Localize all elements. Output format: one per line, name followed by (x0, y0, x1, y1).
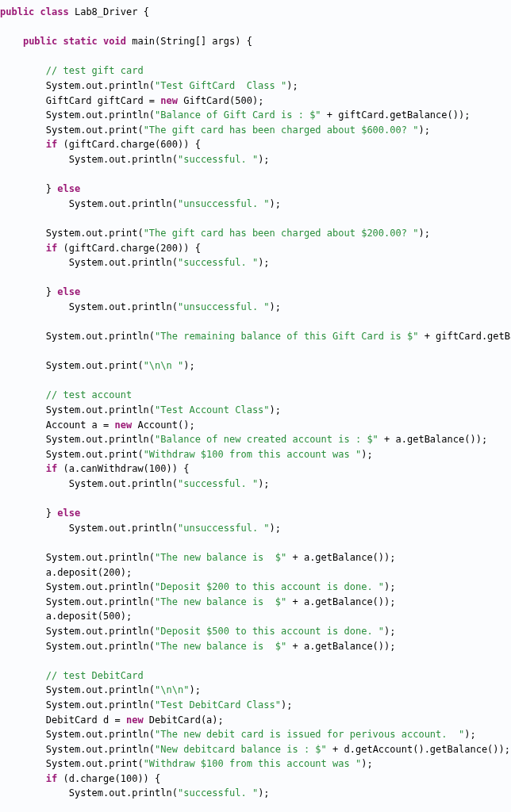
code-text: System.out.println( (46, 596, 155, 607)
string-literal: "Balance of new created account is : $" (155, 434, 378, 445)
code-text: (d.charge(100)) { (57, 773, 160, 784)
code-text: ); (270, 523, 281, 534)
keyword: else (57, 508, 80, 519)
code-text: System.out.println( (46, 699, 155, 710)
string-literal: "successful. " (178, 154, 258, 165)
string-literal: "Test Account Class" (155, 404, 270, 416)
code-text: ); (361, 758, 372, 769)
code-text: ); (258, 257, 269, 268)
keyword: else (57, 286, 80, 297)
keyword: public static void (23, 36, 126, 47)
brace: { (144, 6, 149, 17)
keyword: if (46, 773, 57, 784)
code-text: System.out.print( (46, 758, 144, 769)
code-text: } (46, 508, 57, 519)
string-literal: "Deposit $500 to this account is done. " (155, 626, 384, 637)
code-text: ); (464, 729, 475, 740)
method-args: (String[] args) { (155, 36, 252, 47)
code-text: + a.getBalance()); (286, 641, 395, 652)
string-literal: "unsuccessful. " (178, 523, 270, 534)
code-text: GiftCard giftCard = (46, 95, 161, 106)
string-literal: "The remaining balance of this Gift Card… (155, 331, 418, 342)
code-text: + a.getBalance()); (286, 552, 395, 563)
code-text: (a.canWithdraw(100)) { (57, 463, 189, 474)
string-literal: "The gift card has been charged about $6… (144, 124, 419, 136)
keyword: public class (0, 6, 69, 17)
string-literal: "Balance of Gift Card is : $" (155, 109, 321, 121)
code-text: ); (286, 80, 298, 91)
code-text: + a.getBalance()); (286, 596, 395, 607)
code-text: ); (418, 124, 429, 136)
code-text: System.out.println( (46, 684, 155, 695)
code-text: ); (189, 684, 200, 695)
code-text: ); (418, 228, 429, 239)
code-text: System.out.println( (46, 729, 155, 740)
code-text: a.deposit(200); (46, 567, 132, 578)
string-literal: "Withdraw $100 from this account was " (144, 449, 362, 460)
code-text: DebitCard(a); (144, 714, 224, 726)
string-literal: "\n\n " (144, 360, 184, 371)
code-text: System.out.println( (46, 434, 155, 445)
code-text: System.out.println( (46, 552, 155, 563)
code-text: ); (384, 626, 395, 637)
code-block: public class Lab8_Driver { public static… (0, 0, 511, 812)
code-text: ); (258, 787, 269, 799)
code-text: Account(); (132, 419, 194, 431)
code-text: + giftCard.getBalance()); (321, 109, 471, 121)
code-text: ); (361, 449, 372, 460)
string-literal: "successful. " (178, 257, 258, 268)
code-text: ); (270, 198, 281, 209)
code-text: ); (384, 581, 395, 592)
keyword: if (46, 243, 57, 254)
code-text: + d.getAccount().getBalance()); (327, 744, 510, 755)
string-literal: "Withdraw $100 from this account was " (144, 758, 362, 769)
code-text: System.out.println( (69, 257, 178, 268)
code-text: System.out.println( (46, 744, 155, 755)
string-literal: "Test DebitCard Class" (155, 699, 281, 710)
string-literal: "unsuccessful. " (178, 301, 270, 312)
code-text: + a.getBalance()); (378, 434, 487, 445)
code-text: System.out.print( (46, 360, 144, 371)
code-text: DebitCard d = (46, 714, 126, 726)
comment: // test account (46, 389, 132, 400)
class-name: Lab8_Driver (75, 6, 137, 17)
code-text: a.deposit(500); (46, 611, 132, 622)
code-text: System.out.print( (46, 124, 144, 136)
code-text: ); (258, 478, 269, 489)
code-text: ); (258, 154, 269, 165)
comment: // test DebitCard (46, 670, 144, 681)
code-text: ); (183, 360, 194, 371)
keyword: if (46, 463, 57, 474)
code-text: System.out.println( (46, 581, 155, 592)
code-text: System.out.println( (69, 478, 178, 489)
code-text: System.out.println( (69, 301, 178, 312)
code-text: ); (281, 699, 292, 710)
code-text: GiftCard(500); (178, 95, 263, 106)
code-text: + giftCard.getBalance()); (418, 331, 511, 342)
code-text: System.out.println( (46, 404, 155, 416)
string-literal: "The gift card has been charged about $2… (144, 228, 419, 239)
string-literal: "New debitcard balance is : $" (155, 744, 327, 755)
code-text: System.out.println( (69, 154, 178, 165)
string-literal: "Test GiftCard Class " (155, 80, 286, 91)
code-text: System.out.println( (69, 787, 178, 799)
keyword: new (126, 714, 144, 726)
keyword: new (115, 419, 133, 431)
string-literal: "unsuccessful. " (178, 198, 270, 209)
string-literal: "successful. " (178, 787, 258, 799)
string-literal: "Deposit $200 to this account is done. " (155, 581, 384, 592)
code-text: System.out.print( (46, 449, 144, 460)
method-name: main (132, 36, 155, 47)
code-text: (giftCard.charge(600)) { (57, 139, 201, 150)
code-text: System.out.println( (46, 641, 155, 652)
keyword: if (46, 139, 57, 150)
code-text: System.out.println( (46, 80, 155, 91)
keyword: new (160, 95, 178, 106)
code-text: System.out.println( (69, 198, 178, 209)
code-text: System.out.println( (46, 109, 155, 121)
code-text: Account a = (46, 419, 115, 431)
string-literal: "The new balance is $" (155, 596, 286, 607)
code-text: System.out.print( (46, 228, 144, 239)
keyword: else (57, 183, 80, 194)
code-text: System.out.println( (46, 331, 155, 342)
